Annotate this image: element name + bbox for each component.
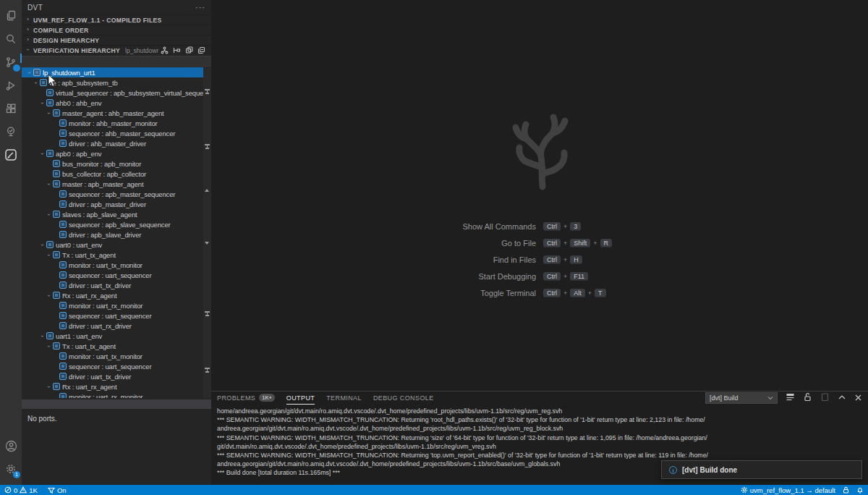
tree-row[interactable]: ›apb0 : apb_env — [22, 148, 211, 158]
uvm-component-icon — [59, 393, 67, 398]
extensions-icon[interactable] — [0, 97, 22, 120]
plus-separator: + — [563, 256, 567, 263]
tree-item-label: sequencer : uart_sequencer — [69, 363, 151, 371]
tab-problems[interactable]: PROBLEMS1K+ — [217, 392, 275, 405]
diagram-icon[interactable] — [185, 44, 193, 57]
uvm-component-icon — [33, 69, 41, 76]
tree-item-label: uart1 : uart_env — [56, 332, 102, 340]
feedback-status[interactable] — [856, 486, 864, 494]
tree-row[interactable]: sequencer : uart_sequencer — [22, 310, 211, 321]
tree-row[interactable]: monitor : uart_rx_monitor — [22, 392, 211, 398]
uvm-component-icon — [59, 282, 67, 289]
tree-row[interactable]: virtual_sequencer : apb_subsystem_virtua… — [22, 88, 211, 98]
sidebar-title: DVT — [27, 4, 195, 12]
settings-gear-icon[interactable]: 1 — [0, 457, 22, 481]
chevron-right-icon: › — [25, 36, 31, 43]
filter-status[interactable]: On — [48, 486, 67, 494]
gutter-marker-down — [205, 242, 209, 245]
uvm-component-icon — [53, 170, 60, 177]
tree-row[interactable]: driver : uart_tx_driver — [22, 371, 211, 381]
more-actions-icon[interactable]: ··· — [195, 3, 205, 12]
tree-row[interactable]: driver : ahb_master_driver — [22, 138, 211, 148]
tab-terminal[interactable]: TERMINAL — [326, 392, 362, 405]
shortcut-row: Show All CommandsCtrl+3 — [211, 221, 868, 232]
tree-row[interactable]: sequencer : ahb_master_sequencer — [22, 128, 211, 138]
tree-filter-box[interactable] — [22, 56, 211, 67]
run-debug-icon[interactable] — [0, 74, 22, 97]
tab-output[interactable]: OUTPUT — [286, 392, 315, 405]
tree-item-label: driver : uart_rx_driver — [69, 322, 132, 330]
gutter-marker-pin — [205, 311, 210, 313]
maximize-panel-icon[interactable] — [838, 392, 846, 405]
source-control-icon[interactable] — [0, 51, 22, 74]
tree-row[interactable]: ›lp_shutdown_urt1 — [22, 67, 211, 77]
section-verification-hierarchy[interactable]: › VERIFICATION HIERARCHY lp_shutdown_urt… — [22, 45, 211, 55]
section-label: DESIGN HIERARCHY — [33, 37, 99, 44]
lock-status[interactable] — [843, 486, 849, 494]
tree-row[interactable]: ›ahb0 : ahb_env — [22, 98, 211, 108]
account-icon[interactable] — [0, 434, 22, 457]
tree-row[interactable]: monitor : ahb_master_monitor — [22, 118, 211, 128]
problems-status[interactable]: 0 1K — [4, 486, 38, 494]
key-chip: H — [570, 255, 582, 264]
close-panel-icon[interactable] — [854, 392, 862, 405]
clear-output-icon[interactable] — [786, 392, 795, 405]
tree-item-label: bus_collector : apb_collector — [62, 170, 146, 178]
link-icon[interactable] — [173, 44, 181, 57]
tree-row[interactable]: ›Tx : uart_tx_agent — [22, 341, 211, 351]
tree-row[interactable]: ›Rx : uart_rx_agent — [22, 381, 211, 392]
tree-row[interactable]: driver : apb_master_driver — [22, 199, 211, 209]
tree-row[interactable]: ›uart0 : uart_env — [22, 240, 211, 250]
output-channel-select[interactable]: [dvt] Build — [705, 392, 778, 404]
open-output-in-editor-icon[interactable] — [820, 392, 830, 405]
tree-row[interactable]: sequencer : uart_sequencer — [22, 361, 211, 371]
uvm-component-icon — [46, 150, 54, 157]
tree-row[interactable]: driver : uart_tx_driver — [22, 280, 211, 290]
hierarchy-icon[interactable] — [161, 44, 169, 57]
tree-row[interactable]: ›master_agent : ahb_master_agent — [22, 108, 211, 118]
lock-icon — [843, 486, 849, 494]
uvm-component-icon — [59, 322, 67, 329]
uvm-component-icon — [53, 180, 60, 187]
tree-row[interactable]: monitor : uart_tx_monitor — [22, 260, 211, 270]
explorer-icon[interactable] — [0, 4, 22, 28]
build-done-notification[interactable]: i [dvt] Build done — [661, 460, 862, 479]
tree-row[interactable]: sequencer : uart_sequencer — [22, 270, 211, 280]
tree-scrollbar-gutter[interactable] — [203, 67, 211, 398]
tree-row[interactable]: driver : uart_rx_driver — [22, 321, 211, 331]
collapse-all-icon[interactable] — [197, 44, 205, 57]
chevron-down-icon: › — [39, 100, 46, 106]
tree-row[interactable]: ›uart1 : uart_env — [22, 331, 211, 341]
unlock-icon[interactable] — [803, 392, 812, 405]
shortcut-label: Show All Commands — [319, 222, 536, 231]
gear-icon — [741, 486, 748, 494]
sidebar-section-1[interactable]: ›COMPILE ORDER — [22, 25, 211, 35]
dvt-tool-icon[interactable] — [0, 143, 22, 166]
sidebar-section-0[interactable]: ›UVM_REF_FLOW_1.1 - COMPILED FILES — [22, 14, 211, 25]
search-icon[interactable] — [0, 28, 22, 51]
error-icon — [4, 486, 12, 494]
tree-item-label: ve : apb_subsystem_tb — [49, 79, 118, 87]
tree-row[interactable]: monitor : uart_rx_monitor — [22, 300, 211, 310]
tree-item-label: Rx : uart_rx_agent — [62, 383, 116, 391]
tree-item-label: driver : apb_slave_driver — [69, 231, 141, 239]
chevron-down-icon: › — [39, 151, 46, 157]
tree-row[interactable]: ›Tx : uart_tx_agent — [22, 250, 211, 260]
project-status[interactable]: uvm_ref_flow_1.1 → default — [741, 486, 835, 494]
tree-row[interactable]: sequencer : apb_slave_sequencer — [22, 219, 211, 229]
tree-row[interactable]: ›master : apb_master_agent — [22, 179, 211, 189]
testing-icon[interactable] — [0, 120, 22, 143]
ports-section-header[interactable] — [22, 399, 211, 409]
tree-item-label: sequencer : uart_sequencer — [69, 271, 151, 279]
tree-row[interactable]: ›slaves : apb_slave_agent — [22, 209, 211, 219]
tab-debug-console[interactable]: DEBUG CONSOLE — [373, 392, 434, 405]
tree-row[interactable]: sequencer : apb_master_sequencer — [22, 189, 211, 199]
tree-row[interactable]: ›ve : apb_subsystem_tb — [22, 77, 211, 88]
gutter-marker-pin — [205, 368, 210, 369]
tree-item-label: driver : apb_master_driver — [69, 200, 146, 208]
tree-row[interactable]: monitor : uart_tx_monitor — [22, 351, 211, 361]
tree-row[interactable]: ›Rx : uart_rx_agent — [22, 290, 211, 300]
tree-row[interactable]: bus_monitor : apb_monitor — [22, 158, 211, 169]
tree-row[interactable]: bus_collector : apb_collector — [22, 169, 211, 179]
tree-row[interactable]: driver : apb_slave_driver — [22, 229, 211, 240]
